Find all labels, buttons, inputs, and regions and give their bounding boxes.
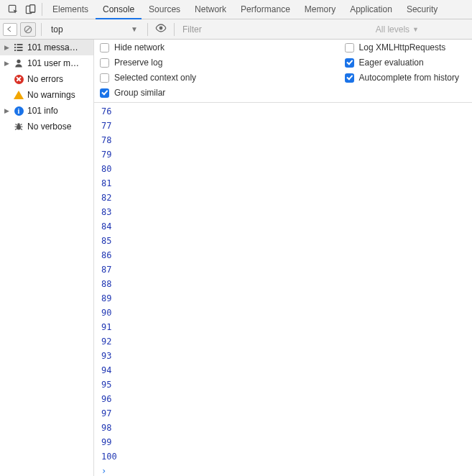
console-log-line[interactable]: 91 (101, 320, 472, 334)
console-log-line[interactable]: 99 (101, 435, 472, 449)
console-log-line[interactable]: 100 (101, 449, 472, 464)
user-icon (13, 58, 24, 69)
svg-line-5 (26, 27, 31, 32)
sidebar-item-warnings[interactable]: ▶ No warnings (0, 87, 93, 103)
console-log-line[interactable]: 94 (101, 363, 472, 377)
sidebar-item-verbose[interactable]: ▶ No verbose (0, 119, 93, 134)
console-log-line[interactable]: 78 (101, 133, 472, 147)
divider (147, 23, 148, 36)
console-log-line[interactable]: 86 (101, 248, 472, 262)
sidebar-item-user-messages[interactable]: ▶ 101 user m… (0, 55, 93, 71)
sidebar-item-label: No errors (27, 74, 91, 84)
tab-security[interactable]: Security (399, 0, 445, 19)
svg-line-20 (16, 124, 17, 126)
console-log-line[interactable]: 79 (101, 147, 472, 162)
console-content: Hide network Preserve log Selected conte… (94, 40, 472, 476)
disclosure-triangle-icon: ▶ (3, 60, 10, 67)
console-log-line[interactable]: 95 (101, 377, 472, 392)
svg-rect-12 (17, 50, 23, 51)
console-log-line[interactable]: 80 (101, 162, 472, 176)
context-selector[interactable]: top ▼ (47, 22, 142, 37)
checkbox-label: Hide network (114, 42, 165, 52)
svg-rect-10 (17, 47, 23, 48)
console-log-line[interactable]: 92 (101, 334, 472, 349)
tab-network[interactable]: Network (188, 0, 233, 19)
live-expression-button[interactable] (153, 24, 169, 35)
console-log-line[interactable]: 82 (101, 191, 472, 205)
console-log-line[interactable]: 93 (101, 349, 472, 363)
bug-icon (13, 121, 24, 132)
console-prompt[interactable]: › (101, 464, 472, 476)
checkbox-label: Log XMLHttpRequests (359, 42, 446, 52)
console-log-line[interactable]: 76 (101, 104, 472, 119)
chevron-down-icon: ▼ (131, 25, 138, 33)
svg-point-6 (159, 27, 163, 30)
tab-elements[interactable]: Elements (45, 0, 96, 19)
svg-point-13 (17, 60, 20, 63)
checkbox-log-xhr[interactable]: Log XMLHttpRequests (345, 42, 459, 52)
console-settings: Hide network Preserve log Selected conte… (94, 40, 472, 103)
settings-left-column: Hide network Preserve log Selected conte… (100, 42, 196, 98)
toggle-device-icon[interactable] (22, 1, 39, 18)
svg-line-19 (21, 129, 22, 130)
svg-line-21 (21, 124, 22, 126)
checkbox-icon (345, 58, 354, 68)
clear-console-button[interactable] (20, 22, 36, 37)
checkbox-hide-network[interactable]: Hide network (100, 42, 196, 52)
checkbox-eager-evaluation[interactable]: Eager evaluation (345, 58, 459, 68)
svg-rect-9 (14, 47, 16, 48)
sidebar-item-label: 101 user m… (27, 58, 91, 68)
log-levels-label: All levels (376, 24, 409, 35)
console-log-line[interactable]: 77 (101, 119, 472, 133)
context-selector-label: top (51, 24, 63, 35)
console-log-line[interactable]: 84 (101, 219, 472, 234)
console-log-line[interactable]: 81 (101, 176, 472, 191)
tab-sources[interactable]: Sources (142, 0, 188, 19)
toggle-sidebar-button[interactable] (3, 23, 17, 36)
tab-application[interactable]: Application (343, 0, 399, 19)
checkbox-icon (100, 73, 109, 83)
checkbox-label: Group similar (114, 88, 165, 98)
checkbox-group-similar[interactable]: Group similar (100, 88, 196, 98)
svg-rect-11 (14, 50, 16, 51)
filter-input[interactable] (180, 23, 302, 36)
svg-rect-7 (14, 44, 16, 45)
console-log-line[interactable]: 85 (101, 234, 472, 248)
svg-line-16 (15, 127, 17, 127)
checkbox-preserve-log[interactable]: Preserve log (100, 58, 196, 68)
checkbox-icon (345, 43, 354, 52)
inspect-element-icon[interactable] (4, 1, 22, 18)
checkbox-autocomplete-history[interactable]: Autocomplete from history (345, 73, 459, 83)
tab-memory[interactable]: Memory (297, 0, 343, 19)
divider (42, 3, 42, 16)
sidebar-item-messages[interactable]: ▶ 101 messa… (0, 40, 93, 55)
devtools-tabbar: Elements Console Sources Network Perform… (0, 0, 472, 19)
svg-line-17 (21, 127, 23, 127)
tab-performance[interactable]: Performance (233, 0, 297, 19)
svg-point-15 (17, 123, 20, 126)
console-log-line[interactable]: 96 (101, 392, 472, 406)
console-log-line[interactable]: 98 (101, 421, 472, 435)
console-log-line[interactable]: 89 (101, 291, 472, 306)
sidebar-item-errors[interactable]: ▶ No errors (0, 71, 93, 87)
tab-console[interactable]: Console (96, 0, 142, 19)
checkbox-label: Selected context only (114, 73, 196, 83)
console-output[interactable]: 7677787980818283848586878889909192939495… (94, 103, 472, 476)
console-log-line[interactable]: 87 (101, 262, 472, 277)
info-icon: i (13, 105, 24, 116)
checkbox-icon (100, 58, 109, 68)
console-log-line[interactable]: 97 (101, 406, 472, 421)
panel-tabs: Elements Console Sources Network Perform… (45, 0, 445, 19)
sidebar-item-info[interactable]: ▶ i 101 info (0, 103, 93, 119)
console-log-line[interactable]: 90 (101, 306, 472, 320)
checkbox-selected-context-only[interactable]: Selected context only (100, 73, 196, 83)
svg-line-18 (15, 129, 17, 130)
divider (174, 23, 175, 36)
console-log-line[interactable]: 83 (101, 205, 472, 219)
svg-rect-2 (29, 4, 34, 12)
warning-icon (13, 89, 24, 101)
console-log-line[interactable]: 88 (101, 277, 472, 291)
checkbox-icon (345, 73, 354, 83)
log-levels-dropdown[interactable]: All levels ▼ (376, 24, 419, 35)
error-icon (13, 73, 24, 85)
